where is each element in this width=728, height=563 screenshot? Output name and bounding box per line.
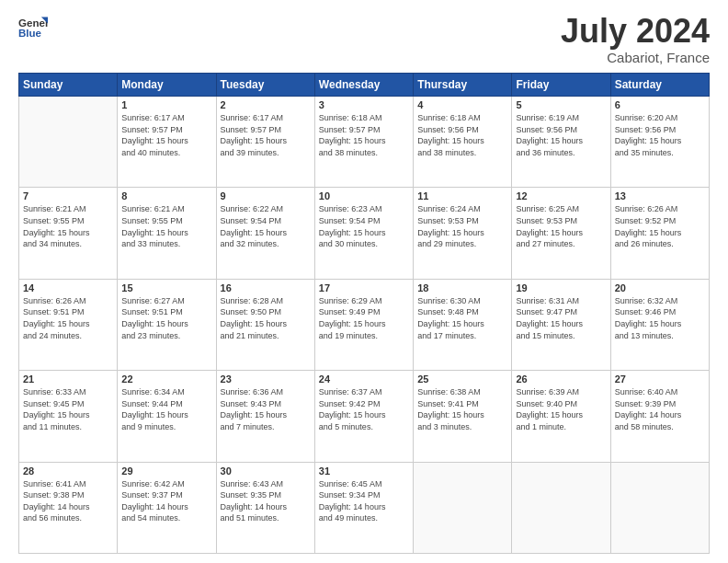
day-info: Sunrise: 6:38 AM Sunset: 9:41 PM Dayligh… [417,386,507,432]
day-info: Sunrise: 6:41 AM Sunset: 9:38 PM Dayligh… [23,478,113,524]
day-info: Sunrise: 6:39 AM Sunset: 9:40 PM Dayligh… [516,386,606,432]
table-row: 1Sunrise: 6:17 AM Sunset: 9:57 PM Daylig… [118,97,216,188]
table-row: 3Sunrise: 6:18 AM Sunset: 9:57 PM Daylig… [314,97,413,188]
day-info: Sunrise: 6:31 AM Sunset: 9:47 PM Dayligh… [516,295,606,341]
calendar-week-row: 7Sunrise: 6:21 AM Sunset: 9:55 PM Daylig… [19,188,710,279]
calendar-week-row: 28Sunrise: 6:41 AM Sunset: 9:38 PM Dayli… [19,462,710,553]
table-row: 29Sunrise: 6:42 AM Sunset: 9:37 PM Dayli… [118,462,216,553]
table-row [610,462,709,553]
day-info: Sunrise: 6:40 AM Sunset: 9:39 PM Dayligh… [615,386,705,432]
svg-text:Blue: Blue [18,28,42,39]
table-row: 24Sunrise: 6:37 AM Sunset: 9:42 PM Dayli… [314,371,413,462]
table-row: 25Sunrise: 6:38 AM Sunset: 9:41 PM Dayli… [414,371,512,462]
table-row: 20Sunrise: 6:32 AM Sunset: 9:46 PM Dayli… [610,279,709,370]
day-number: 11 [417,190,507,201]
day-info: Sunrise: 6:17 AM Sunset: 9:57 PM Dayligh… [121,112,211,158]
day-number: 14 [23,282,113,293]
table-row: 31Sunrise: 6:45 AM Sunset: 9:34 PM Dayli… [314,462,413,553]
col-tuesday: Tuesday [216,74,314,97]
day-number: 8 [121,190,211,201]
day-number: 10 [319,190,409,201]
day-info: Sunrise: 6:34 AM Sunset: 9:44 PM Dayligh… [121,386,211,432]
table-row: 4Sunrise: 6:18 AM Sunset: 9:56 PM Daylig… [414,97,512,188]
day-number: 31 [319,465,409,477]
day-number: 4 [417,99,507,110]
table-row: 26Sunrise: 6:39 AM Sunset: 9:40 PM Dayli… [512,371,610,462]
table-row: 16Sunrise: 6:28 AM Sunset: 9:50 PM Dayli… [216,279,314,370]
day-number: 21 [23,373,113,385]
day-info: Sunrise: 6:33 AM Sunset: 9:45 PM Dayligh… [23,386,113,432]
day-number: 20 [615,282,705,293]
day-info: Sunrise: 6:42 AM Sunset: 9:37 PM Dayligh… [121,478,211,524]
day-number: 22 [121,373,211,385]
day-info: Sunrise: 6:22 AM Sunset: 9:54 PM Dayligh… [221,203,311,249]
table-row: 27Sunrise: 6:40 AM Sunset: 9:39 PM Dayli… [610,371,709,462]
day-info: Sunrise: 6:26 AM Sunset: 9:51 PM Dayligh… [23,295,113,341]
table-row: 18Sunrise: 6:30 AM Sunset: 9:48 PM Dayli… [414,279,512,370]
day-info: Sunrise: 6:23 AM Sunset: 9:54 PM Dayligh… [319,203,409,249]
day-info: Sunrise: 6:21 AM Sunset: 9:55 PM Dayligh… [121,203,211,249]
calendar-week-row: 14Sunrise: 6:26 AM Sunset: 9:51 PM Dayli… [19,279,710,370]
day-number: 6 [615,99,705,110]
day-number: 15 [121,282,211,293]
month-year: July 2024 [561,15,710,48]
day-info: Sunrise: 6:45 AM Sunset: 9:34 PM Dayligh… [319,478,409,524]
title-block: July 2024 Cabariot, France [561,15,710,65]
day-number: 26 [516,373,606,385]
day-info: Sunrise: 6:37 AM Sunset: 9:42 PM Dayligh… [319,386,409,432]
day-info: Sunrise: 6:17 AM Sunset: 9:57 PM Dayligh… [221,112,311,158]
day-number: 25 [417,373,507,385]
day-info: Sunrise: 6:24 AM Sunset: 9:53 PM Dayligh… [417,203,507,249]
day-number: 19 [516,282,606,293]
table-row: 13Sunrise: 6:26 AM Sunset: 9:52 PM Dayli… [610,188,709,279]
day-number: 27 [615,373,705,385]
calendar-table: Sunday Monday Tuesday Wednesday Thursday… [18,73,710,554]
day-number: 24 [319,373,409,385]
table-row: 11Sunrise: 6:24 AM Sunset: 9:53 PM Dayli… [414,188,512,279]
table-row [19,97,118,188]
table-row: 8Sunrise: 6:21 AM Sunset: 9:55 PM Daylig… [118,188,216,279]
table-row: 14Sunrise: 6:26 AM Sunset: 9:51 PM Dayli… [19,279,118,370]
day-info: Sunrise: 6:18 AM Sunset: 9:56 PM Dayligh… [417,112,507,158]
logo-icon: General Blue [18,15,48,40]
col-saturday: Saturday [610,74,709,97]
day-info: Sunrise: 6:21 AM Sunset: 9:55 PM Dayligh… [23,203,113,249]
day-info: Sunrise: 6:28 AM Sunset: 9:50 PM Dayligh… [221,295,311,341]
page: General Blue July 2024 Cabariot, France … [0,0,728,563]
day-number: 23 [221,373,311,385]
calendar-week-row: 21Sunrise: 6:33 AM Sunset: 9:45 PM Dayli… [19,371,710,462]
day-info: Sunrise: 6:29 AM Sunset: 9:49 PM Dayligh… [319,295,409,341]
table-row: 28Sunrise: 6:41 AM Sunset: 9:38 PM Dayli… [19,462,118,553]
day-info: Sunrise: 6:32 AM Sunset: 9:46 PM Dayligh… [615,295,705,341]
day-number: 13 [615,190,705,201]
table-row [414,462,512,553]
table-row: 7Sunrise: 6:21 AM Sunset: 9:55 PM Daylig… [19,188,118,279]
day-info: Sunrise: 6:43 AM Sunset: 9:35 PM Dayligh… [221,478,311,524]
table-row: 21Sunrise: 6:33 AM Sunset: 9:45 PM Dayli… [19,371,118,462]
calendar-header-row: Sunday Monday Tuesday Wednesday Thursday… [19,74,710,97]
col-thursday: Thursday [414,74,512,97]
col-sunday: Sunday [19,74,118,97]
table-row: 5Sunrise: 6:19 AM Sunset: 9:56 PM Daylig… [512,97,610,188]
day-info: Sunrise: 6:36 AM Sunset: 9:43 PM Dayligh… [221,386,311,432]
table-row: 10Sunrise: 6:23 AM Sunset: 9:54 PM Dayli… [314,188,413,279]
day-number: 16 [221,282,311,293]
table-row: 6Sunrise: 6:20 AM Sunset: 9:56 PM Daylig… [610,97,709,188]
day-info: Sunrise: 6:18 AM Sunset: 9:57 PM Dayligh… [319,112,409,158]
day-info: Sunrise: 6:25 AM Sunset: 9:53 PM Dayligh… [516,203,606,249]
day-info: Sunrise: 6:19 AM Sunset: 9:56 PM Dayligh… [516,112,606,158]
table-row: 19Sunrise: 6:31 AM Sunset: 9:47 PM Dayli… [512,279,610,370]
table-row: 2Sunrise: 6:17 AM Sunset: 9:57 PM Daylig… [216,97,314,188]
day-number: 17 [319,282,409,293]
day-number: 5 [516,99,606,110]
day-number: 12 [516,190,606,201]
day-number: 28 [23,465,113,477]
day-number: 30 [221,465,311,477]
day-info: Sunrise: 6:27 AM Sunset: 9:51 PM Dayligh… [121,295,211,341]
day-info: Sunrise: 6:26 AM Sunset: 9:52 PM Dayligh… [615,203,705,249]
col-monday: Monday [118,74,216,97]
day-number: 9 [221,190,311,201]
table-row: 9Sunrise: 6:22 AM Sunset: 9:54 PM Daylig… [216,188,314,279]
location: Cabariot, France [561,50,710,65]
header: General Blue July 2024 Cabariot, France [18,15,710,65]
